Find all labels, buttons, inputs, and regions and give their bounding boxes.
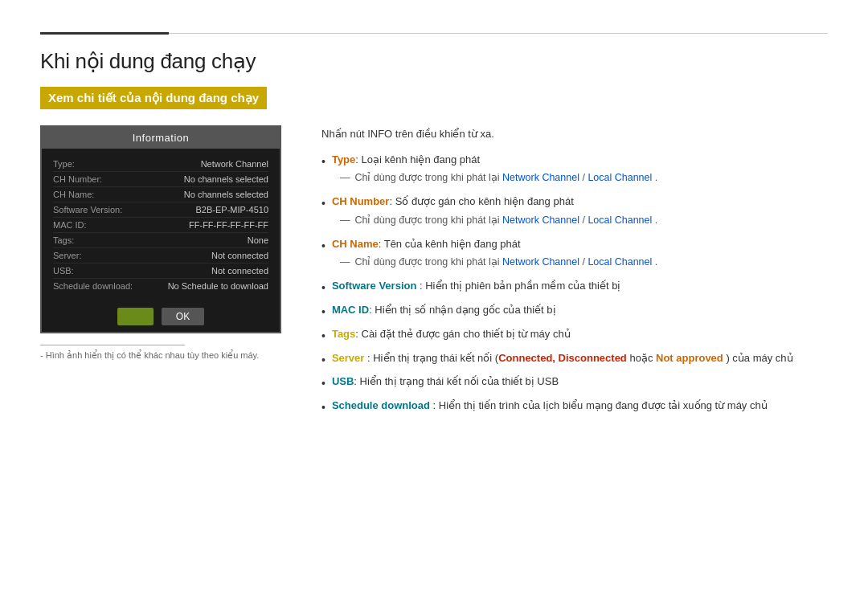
bullet-content: Server : Hiển thị trạng thái kết nối (Co… <box>332 349 828 367</box>
content-area: Information Type: Network Channel CH Num… <box>40 125 828 421</box>
bullet-keyword: CH Number <box>332 195 390 207</box>
bullet-text: : Hiển thị tiến trình của lịch biểu mạng… <box>430 399 768 411</box>
sub-note: — Chỉ dùng được trong khi phát lại Netwo… <box>340 212 828 229</box>
not-approved-text: Not approved <box>656 352 723 364</box>
table-row: Schedule download: No Schedule to downlo… <box>53 279 268 293</box>
list-item: • CH Name: Tên của kênh hiện đang phát —… <box>321 235 828 274</box>
ok-button[interactable]: OK <box>162 308 204 325</box>
sub-note-text: Chỉ dùng được trong khi phát lại Network… <box>354 254 657 271</box>
link-local: Local Channel <box>588 256 652 268</box>
sub-dash: — <box>340 212 350 229</box>
list-item: • CH Number: Số được gán cho kênh hiện đ… <box>321 193 828 231</box>
bullet-text: : Loại kênh hiện đang phát <box>355 153 480 166</box>
info-value-mac: FF-FF-FF-FF-FF-FF <box>189 220 268 230</box>
bullet-dot: • <box>321 194 326 214</box>
bullet-list: • Type: Loại kênh hiện đang phát — Chỉ d… <box>321 151 828 418</box>
table-row: Tags: None <box>53 233 268 248</box>
bullet-content: USB: Hiển thị trạng thái kết nối của thi… <box>332 373 828 390</box>
bullet-text: : Hiển thị phiên bản phần mềm của thiết … <box>416 280 620 292</box>
table-row: CH Name: No channels selected <box>53 187 268 202</box>
bullet-dot: • <box>321 279 326 298</box>
bullet-keyword: Server <box>332 352 364 364</box>
info-value-server: Not connected <box>211 251 268 260</box>
bullet-dot: • <box>321 351 326 370</box>
footnote-text: - Hình ảnh hiển thị có thể khác nhau tùy… <box>40 350 289 361</box>
table-row: Software Version: B2B-EP-MIP-4510 <box>53 202 268 218</box>
green-indicator <box>117 308 154 325</box>
bullet-keyword: Schedule download <box>332 399 430 411</box>
link-network: Network Channel <box>502 256 579 268</box>
table-row: Server: Not connected <box>53 248 268 264</box>
page-title: Khi nội dung đang chạy <box>40 49 828 74</box>
list-item: • USB: Hiển thị trạng thái kết nối của t… <box>321 373 828 394</box>
sub-note-text: Chỉ dùng được trong khi phát lại Network… <box>354 170 657 186</box>
list-item: • Tags: Cài đặt thẻ được gán cho thiết b… <box>321 325 828 346</box>
info-value-tags: None <box>248 235 268 245</box>
rule-light <box>169 33 828 34</box>
info-label-schedule: Schedule download: <box>53 281 133 291</box>
info-box-body: Type: Network Channel CH Number: No chan… <box>42 149 280 301</box>
list-item: • Type: Loại kênh hiện đang phát — Chỉ d… <box>321 151 828 190</box>
highlight-bar: Xem chi tiết của nội dung đang chạy <box>40 87 267 109</box>
bullet-keyword: Type <box>332 153 355 166</box>
info-box-footer: OK <box>42 301 280 332</box>
sub-note: — Chỉ dùng được trong khi phát lại Netwo… <box>340 254 828 271</box>
bullet-keyword: CH Name <box>332 238 379 250</box>
sub-note: — Chỉ dùng được trong khi phát lại Netwo… <box>340 170 828 186</box>
bullet-text: : Hiển thị trạng thái kết nối của thiết … <box>354 375 559 387</box>
connected-text: Connected, Disconnected <box>498 352 627 364</box>
sub-note-text: Chỉ dùng được trong khi phát lại Network… <box>354 212 657 229</box>
bullet-text: : Số được gán cho kênh hiện đang phát <box>389 195 573 207</box>
list-item: • Server : Hiển thị trạng thái kết nối (… <box>321 349 828 370</box>
intro-text: Nhấn nút INFO trên điều khiển từ xa. <box>321 125 828 143</box>
bullet-keyword: Software Version <box>332 280 416 292</box>
info-value-software: B2B-EP-MIP-4510 <box>196 205 268 215</box>
bullet-text: : Hiển thị số nhận dạng gốc của thiết bị <box>369 304 555 316</box>
info-box-header: Information <box>42 127 280 149</box>
bullet-text: : Tên của kênh hiện đang phát <box>379 238 521 250</box>
sub-dash: — <box>340 170 350 186</box>
bullet-text: : Cài đặt thẻ được gán cho thiết bị từ m… <box>355 328 570 340</box>
info-label-type: Type: <box>53 159 125 169</box>
list-item: • Schedule download : Hiển thị tiến trìn… <box>321 397 828 418</box>
bullet-content: MAC ID: Hiển thị số nhận dạng gốc của th… <box>332 301 828 319</box>
info-label-mac: MAC ID: <box>53 220 125 230</box>
bullet-dot: • <box>321 327 326 346</box>
table-row: CH Number: No channels selected <box>53 172 268 187</box>
info-label-ch-number: CH Number: <box>53 174 125 184</box>
bullet-content: Tags: Cài đặt thẻ được gán cho thiết bị … <box>332 325 828 343</box>
bullet-dot: • <box>321 303 326 322</box>
info-label-tags: Tags: <box>53 235 125 245</box>
list-item: • Software Version : Hiển thị phiên bản … <box>321 277 828 298</box>
link-local: Local Channel <box>588 172 652 183</box>
info-box: Information Type: Network Channel CH Num… <box>40 125 281 333</box>
bullet-text: : Hiển thị trạng thái kết nối (Connected… <box>364 352 792 364</box>
footnote-line <box>40 345 185 345</box>
bullet-content: Software Version : Hiển thị phiên bản ph… <box>332 277 828 295</box>
link-local: Local Channel <box>588 215 652 226</box>
info-label-software: Software Version: <box>53 205 125 215</box>
info-label-server: Server: <box>53 251 125 260</box>
info-label-ch-name: CH Name: <box>53 190 125 199</box>
bullet-dot: • <box>321 374 326 394</box>
bullet-keyword: USB <box>332 375 354 387</box>
link-network: Network Channel <box>502 215 579 226</box>
info-value-ch-name: No channels selected <box>184 190 268 199</box>
bullet-content: Schedule download : Hiển thị tiến trình … <box>332 397 828 415</box>
info-value-usb: Not connected <box>211 266 268 276</box>
rule-dark <box>40 32 169 35</box>
bullet-content: CH Number: Số được gán cho kênh hiện đan… <box>332 193 828 231</box>
table-row: MAC ID: FF-FF-FF-FF-FF-FF <box>53 218 268 233</box>
bullet-keyword: MAC ID <box>332 304 369 316</box>
right-panel: Nhấn nút INFO trên điều khiển từ xa. • T… <box>321 125 828 421</box>
bullet-content: Type: Loại kênh hiện đang phát — Chỉ dùn… <box>332 151 828 190</box>
list-item: • MAC ID: Hiển thị số nhận dạng gốc của … <box>321 301 828 322</box>
link-network: Network Channel <box>502 172 579 183</box>
info-value-ch-number: No channels selected <box>184 174 268 184</box>
sub-dash: — <box>340 254 350 271</box>
top-rule <box>40 32 828 35</box>
bullet-dot: • <box>321 237 326 256</box>
bullet-content: CH Name: Tên của kênh hiện đang phát — C… <box>332 235 828 274</box>
bullet-dot: • <box>321 153 326 172</box>
info-label-usb: USB: <box>53 266 125 276</box>
